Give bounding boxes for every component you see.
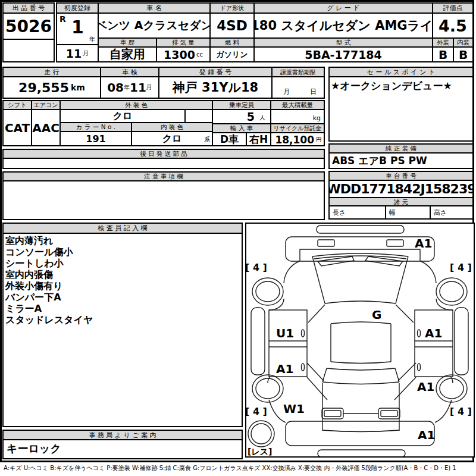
import-dealer-value: D車 bbox=[213, 133, 246, 145]
interior-grade-header: 内装 bbox=[454, 39, 472, 48]
recycle-value-cell: 18,100 円 bbox=[271, 133, 324, 145]
exterior-color-row: クロ bbox=[61, 110, 212, 123]
import-handle-value: 右H bbox=[246, 133, 270, 145]
door-shape-header: ドア形状 bbox=[211, 4, 253, 14]
registration-number-cell: 登 録 番 号 神戸 31Yル18 bbox=[158, 68, 271, 98]
history-cell: 車 歴 自家用 bbox=[99, 39, 156, 61]
sales-point-value: ★オークションデビュー★ bbox=[330, 77, 472, 140]
shaken-header: 車 検 bbox=[101, 68, 158, 77]
max-load-unit: kg bbox=[313, 114, 321, 122]
first-registration-cell: 初度登録 R 1 年 11 月 bbox=[57, 4, 98, 61]
auction-number-header: 出 品 番 号 bbox=[4, 4, 54, 14]
grade-cell: グ レ ー ド A180 スタイルセダン AMGライン 型 式 5BA-1771… bbox=[253, 4, 432, 61]
equipment-value: ABS エアB PS PW bbox=[330, 154, 472, 168]
inspector-note-line: シートしわ小 bbox=[5, 258, 240, 269]
model-code-value: 5BA-177184 bbox=[255, 48, 432, 61]
color-sub-values: 191 クロ 系 bbox=[61, 132, 212, 145]
interior-grade-value: B bbox=[454, 48, 472, 61]
transfer-deadline-header: 譲渡書類期限 bbox=[273, 68, 324, 77]
damage-label-right-front-door: A1 bbox=[425, 326, 442, 340]
colors-cell: 外 装 色 クロ カ ラ ー N o . 内 装 色 191 クロ 系 bbox=[60, 101, 212, 145]
tire-depth-rear-left: [ 4 ] bbox=[245, 406, 267, 417]
inspector-note-line: バンパー下A bbox=[5, 292, 240, 303]
color-no-header: カ ラ ー N o . bbox=[61, 123, 131, 132]
mileage-header: 走 行 bbox=[4, 68, 100, 77]
shaken-year: 08 bbox=[107, 80, 124, 95]
exterior-color-header: 外 装 色 bbox=[61, 101, 212, 110]
car-name-cell: 車 名 ベンツ Aクラスセダン 車 歴 自家用 排 気 量 1300 cc bbox=[98, 4, 209, 61]
grade-value: A180 スタイルセダン AMGライン bbox=[255, 14, 432, 39]
auction-sheet: { "colors":{"header_bg":"#d9d9d9","borde… bbox=[0, 0, 476, 476]
damage-label-windshield: G bbox=[372, 308, 381, 322]
specs-header: 諸 元 bbox=[330, 198, 472, 206]
specs-row: 長さ 幅 高さ bbox=[330, 206, 472, 218]
mileage-cell: 走 行 29,555 km bbox=[4, 68, 100, 98]
color-sub-headers: カ ラ ー N o . 内 装 色 bbox=[61, 123, 212, 132]
shaken-year-unit: 年 bbox=[124, 83, 130, 92]
damage-label-left-rear-door: A1 bbox=[276, 362, 293, 376]
damage-label-front-nose: A1 bbox=[415, 236, 432, 250]
inspector-note-line: コンソール傷小 bbox=[5, 246, 240, 258]
damage-label-left-rear-quarter: W1 bbox=[283, 402, 305, 416]
shaken-value-cell: 08 年 11 月 bbox=[101, 77, 158, 98]
reg-year: 1 bbox=[71, 17, 84, 37]
row1-table: 初度登録 R 1 年 11 月 車 名 ベンツ Aクラスセダン 車 歴 自家用 … bbox=[56, 2, 474, 62]
tire-depth-front-left: [ 4 ] bbox=[245, 262, 267, 273]
score-value: 4.5 bbox=[433, 14, 472, 39]
inspector-notes: 室内薄汚れ コンソール傷小 シートしわ小 室内内張傷 外装小傷有り バンパー下A… bbox=[4, 234, 242, 426]
aircon-value: AAC bbox=[32, 110, 60, 145]
recycle-header: リサイクル預託金 bbox=[271, 124, 324, 133]
history-value: 自家用 bbox=[99, 48, 156, 61]
caution-header: 注 意 事 項 欄 bbox=[4, 173, 324, 181]
equipment-box: 純 正 装 備 ABS エアB PS PW bbox=[328, 143, 474, 169]
inspector-note-line: スタッドレスタイヤ bbox=[5, 314, 240, 325]
fuel-value: ガソリン bbox=[211, 48, 253, 61]
shift-cell: シフト CAT bbox=[4, 101, 31, 145]
damage-label-rear: A1 bbox=[418, 428, 435, 442]
inspector-box: 検 査 員 記 入 欄 室内薄汚れ コンソール傷小 シートしわ小 室内内張傷 外… bbox=[2, 223, 243, 427]
transfer-deadline-cell: 譲渡書類期限 月 日 bbox=[271, 68, 324, 98]
history-displacement-row: 車 歴 自家用 排 気 量 1300 cc bbox=[99, 39, 209, 61]
first-registration-header: 初度登録 bbox=[57, 4, 98, 14]
damage-label-left-front-door: U1 bbox=[276, 326, 294, 340]
tire-depth-front-right: [ 4 ] bbox=[450, 262, 472, 273]
mileage-value: 29,555 bbox=[18, 80, 69, 95]
caution-value bbox=[4, 181, 324, 219]
load-recycle-cell: 最大積載量 kg リサイクル預託金 18,100 円 bbox=[270, 101, 324, 145]
inspector-note-line: 室内内張傷 bbox=[5, 269, 240, 280]
exterior-grade-header: 外装 bbox=[433, 39, 453, 48]
transfer-day-label: 日 bbox=[310, 87, 317, 96]
exterior-grade-value: B bbox=[433, 48, 453, 61]
car-diagram-box: A1 [ 4 ] [ 4 ] G U1 A1 A1 A1 W1 [ 4 ] [ … bbox=[245, 223, 475, 458]
tire-depth-rear-right: [ 4 ] bbox=[450, 406, 472, 417]
sales-point-box: セ ー ル ス ポ イ ン ト ★オークションデビュー★ bbox=[328, 67, 474, 142]
recycle-value: 18,100 bbox=[275, 134, 314, 146]
max-load-header: 最大積載量 bbox=[271, 101, 324, 110]
caution-box: 注 意 事 項 欄 bbox=[2, 171, 325, 220]
spec-width-label: 幅 bbox=[389, 209, 396, 217]
shift-value: CAT bbox=[4, 110, 31, 145]
equipment-header: 純 正 装 備 bbox=[330, 145, 472, 154]
mileage-unit: km bbox=[71, 83, 85, 92]
later-parts-value bbox=[4, 159, 324, 168]
displacement-value: 1300 bbox=[164, 48, 195, 61]
chassis-value: WDD1771842J158239 bbox=[330, 181, 472, 198]
inspector-note-line: ミラーA bbox=[5, 303, 240, 314]
chassis-header: 車 台 番 号 bbox=[330, 172, 472, 181]
later-parts-header: 後 日 発 送 部 品 bbox=[4, 150, 324, 159]
later-parts-box: 後 日 発 送 部 品 bbox=[2, 149, 325, 169]
transfer-month-label: 月 bbox=[283, 87, 290, 96]
shaken-month-unit: 月 bbox=[146, 83, 152, 92]
office-notice-header: 事 務 局 よ り ご 案 内 bbox=[4, 431, 242, 440]
exterior-grade-cell: 外装 B bbox=[433, 39, 453, 61]
displacement-header: 排 気 量 bbox=[157, 39, 209, 48]
interior-color-value: クロ bbox=[132, 132, 212, 145]
interior-color-value-cell: クロ 系 bbox=[131, 132, 212, 145]
interior-color-suffix: 系 bbox=[204, 136, 210, 144]
capacity-value: 5 bbox=[247, 110, 255, 123]
aircon-cell: エアコン AAC bbox=[31, 101, 60, 145]
row3-table: シフト CAT エアコン AAC 外 装 色 クロ カ ラ ー N o . 内 … bbox=[2, 100, 325, 146]
office-notice-box: 事 務 局 よ り ご 案 内 キーロック bbox=[2, 430, 243, 459]
door-shape-cell: ドア形状 4SD 燃 料 ガソリン bbox=[209, 4, 253, 61]
aircon-header: エアコン bbox=[32, 101, 60, 110]
